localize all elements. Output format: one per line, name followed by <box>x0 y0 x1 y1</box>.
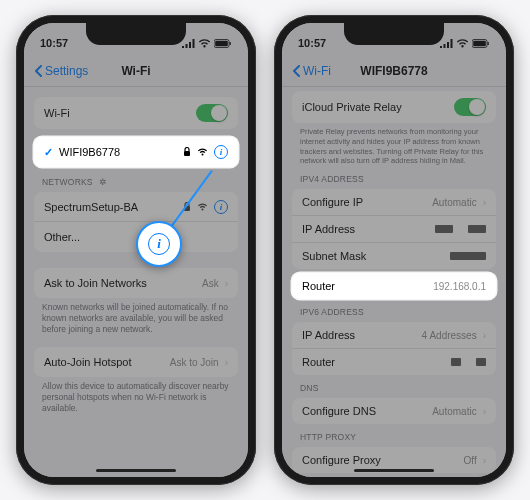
dns-value: Automatic <box>432 406 476 417</box>
dns-label: Configure DNS <box>302 405 376 417</box>
configure-ip-row[interactable]: Configure IP Automatic› <box>292 189 496 216</box>
svg-rect-1 <box>215 40 228 46</box>
svg-rect-2 <box>230 42 231 45</box>
battery-icon <box>214 39 232 48</box>
other-label: Other... <box>44 231 80 243</box>
info-icon[interactable]: i <box>214 200 228 214</box>
nav-title: Wi-Fi <box>121 64 150 78</box>
svg-rect-3 <box>184 151 190 156</box>
subnet-value-obscured <box>450 252 486 260</box>
wifi-label: Wi-Fi <box>44 107 70 119</box>
lock-icon <box>183 147 191 157</box>
ipv4-header: IPV4 ADDRESS <box>282 166 506 187</box>
notch <box>86 23 186 45</box>
cellular-icon <box>182 39 195 48</box>
connected-network-row[interactable]: ✓ WIFI9B6778 i <box>34 137 238 167</box>
relay-toggle[interactable] <box>454 98 486 116</box>
phone-left: 10:57 Settings Wi-Fi Wi-Fi <box>16 15 256 485</box>
ip-label: IP Address <box>302 223 355 235</box>
configure-ip-value: Automatic <box>432 197 476 208</box>
wifi-toggle-row: Wi-Fi <box>34 97 238 129</box>
ip-address-row: IP Address <box>292 216 496 243</box>
chevron-right-icon: › <box>483 330 486 341</box>
ask-to-join-row[interactable]: Ask to Join Networks Ask› <box>34 268 238 298</box>
chevron-left-icon <box>34 65 43 77</box>
ask-value: Ask <box>202 278 219 289</box>
back-button[interactable]: Wi-Fi <box>292 64 331 78</box>
subnet-mask-row: Subnet Mask <box>292 243 496 269</box>
relay-label: iCloud Private Relay <box>302 101 402 113</box>
router-value: 192.168.0.1 <box>433 281 486 292</box>
dns-header: DNS <box>282 375 506 396</box>
ipv6-router-value-obscured <box>451 357 486 368</box>
wifi-toggle[interactable] <box>196 104 228 122</box>
chevron-right-icon: › <box>225 357 228 368</box>
ipv6-ip-label: IP Address <box>302 329 355 341</box>
svg-rect-6 <box>473 40 486 46</box>
chevron-right-icon: › <box>225 278 228 289</box>
nav-title: WIFI9B6778 <box>360 64 427 78</box>
back-label: Settings <box>45 64 88 78</box>
auto-join-hotspot-row[interactable]: Auto-Join Hotspot Ask to Join› <box>34 347 238 377</box>
proxy-value: Off <box>464 455 477 466</box>
cellular-icon <box>440 39 453 48</box>
status-time: 10:57 <box>298 37 326 49</box>
checkmark-icon: ✓ <box>44 146 53 159</box>
ipv6-router-label: Router <box>302 356 335 368</box>
chevron-right-icon: › <box>483 197 486 208</box>
private-relay-row: iCloud Private Relay <box>292 91 496 123</box>
connected-ssid: WIFI9B6778 <box>59 146 120 158</box>
ipv6-ip-row[interactable]: IP Address 4 Addresses› <box>292 322 496 349</box>
callout-circle: i <box>136 221 182 267</box>
chevron-right-icon: › <box>483 406 486 417</box>
ipv6-router-row: Router <box>292 349 496 375</box>
wifi-icon <box>198 39 211 48</box>
home-indicator <box>354 469 434 472</box>
status-indicators <box>182 39 232 48</box>
subnet-label: Subnet Mask <box>302 250 366 262</box>
ipv6-ip-value: 4 Addresses <box>422 330 477 341</box>
spinner-icon: ✲ <box>99 177 107 187</box>
nav-bar: Settings Wi-Fi <box>24 55 248 87</box>
home-indicator <box>96 469 176 472</box>
ask-label: Ask to Join Networks <box>44 277 147 289</box>
router-row: Router 192.168.0.1 <box>292 273 496 299</box>
ask-footer: Known networks will be joined automatica… <box>24 298 248 335</box>
configure-dns-row[interactable]: Configure DNS Automatic› <box>292 398 496 424</box>
hotspot-label: Auto-Join Hotspot <box>44 356 131 368</box>
network-name: SpectrumSetup-BA <box>44 201 138 213</box>
back-label: Wi-Fi <box>303 64 331 78</box>
battery-icon <box>472 39 490 48</box>
networks-header: NETWORKS ✲ <box>24 167 248 190</box>
status-time: 10:57 <box>40 37 68 49</box>
chevron-left-icon <box>292 65 301 77</box>
relay-footer: Private Relay prevents networks from mon… <box>282 123 506 166</box>
wifi-signal-icon <box>197 203 208 211</box>
proxy-label: Configure Proxy <box>302 454 381 466</box>
ip-value-obscured <box>435 224 486 235</box>
network-row[interactable]: SpectrumSetup-BA i <box>34 192 238 222</box>
proxy-header: HTTP PROXY <box>282 424 506 445</box>
router-label: Router <box>302 280 335 292</box>
phone-right: 10:57 Wi-Fi WIFI9B6778 iCloud Private Re… <box>274 15 514 485</box>
chevron-right-icon: › <box>483 455 486 466</box>
svg-rect-7 <box>488 42 489 45</box>
hotspot-footer: Allow this device to automatically disco… <box>24 377 248 414</box>
ipv6-header: IPV6 ADDRESS <box>282 299 506 320</box>
notch <box>344 23 444 45</box>
hotspot-value: Ask to Join <box>170 357 219 368</box>
wifi-signal-icon <box>197 148 208 156</box>
status-indicators <box>440 39 490 48</box>
info-icon[interactable]: i <box>214 145 228 159</box>
back-button[interactable]: Settings <box>34 64 88 78</box>
nav-bar: Wi-Fi WIFI9B6778 <box>282 55 506 87</box>
info-icon-large: i <box>148 233 170 255</box>
configure-ip-label: Configure IP <box>302 196 363 208</box>
wifi-icon <box>456 39 469 48</box>
